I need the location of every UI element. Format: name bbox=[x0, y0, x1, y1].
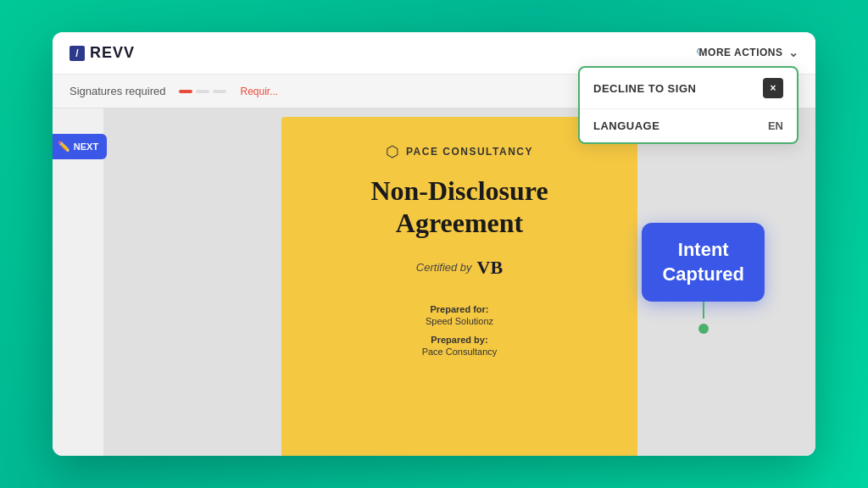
close-button[interactable]: × bbox=[763, 78, 783, 98]
top-bar: REVV 🔍 100% 🔍 MORE ACTIONS ⌄ DECLINE TO … bbox=[53, 32, 815, 75]
intent-captured-box: Intent Captured bbox=[642, 223, 765, 302]
decline-row: DECLINE TO SIGN × bbox=[580, 68, 797, 109]
next-button[interactable]: ✏️ NEXT bbox=[53, 134, 107, 159]
language-row: LANGUAGE EN bbox=[580, 109, 797, 142]
intent-line1: Intent bbox=[678, 239, 729, 260]
intent-dot bbox=[698, 324, 709, 334]
prepared-by-value: Pace Consultancy bbox=[422, 347, 498, 357]
prepared-section: Prepared for: Speed Solutionz Prepared b… bbox=[422, 304, 498, 357]
sig-dot-1 bbox=[179, 90, 192, 93]
browser-window: REVV 🔍 100% 🔍 MORE ACTIONS ⌄ DECLINE TO … bbox=[53, 32, 815, 456]
document-page: ⬡ PACE CONSULTANCY Non-Disclosure Agreem… bbox=[281, 117, 637, 456]
pentagon-icon: ⬡ bbox=[386, 142, 399, 161]
sig-dot-2 bbox=[196, 90, 209, 93]
language-value: EN bbox=[768, 119, 783, 132]
document-title: Non-Disclosure Agreement bbox=[370, 175, 548, 240]
left-sidebar: ✏️ NEXT bbox=[53, 108, 103, 456]
required-badge: Requir... bbox=[240, 86, 278, 97]
connector-line bbox=[703, 302, 704, 319]
logo-text: REVV bbox=[90, 44, 135, 62]
sig-dot-3 bbox=[213, 90, 226, 93]
prepared-for-label: Prepared for: bbox=[422, 304, 498, 314]
certified-text: Certified by bbox=[416, 261, 472, 274]
more-actions-label: MORE ACTIONS bbox=[699, 47, 783, 58]
next-label: NEXT bbox=[74, 141, 98, 152]
logo-area: REVV bbox=[70, 44, 135, 62]
pencil-icon: ✏️ bbox=[58, 141, 70, 152]
prepared-by-label: Prepared by: bbox=[422, 335, 498, 345]
vb-logo: VB bbox=[477, 257, 504, 279]
close-icon: × bbox=[770, 82, 776, 94]
decline-to-sign-label: DECLINE TO SIGN bbox=[593, 82, 696, 95]
intent-tooltip: Intent Captured bbox=[642, 223, 765, 334]
more-actions-button[interactable]: MORE ACTIONS ⌄ bbox=[699, 41, 798, 64]
signatures-label: Signatures required bbox=[70, 85, 165, 97]
main-content: ✏️ NEXT ⬡ PACE CONSULTANCY Non-Disclosur… bbox=[53, 108, 815, 456]
chevron-down-icon: ⌄ bbox=[788, 46, 799, 59]
company-logo-area: ⬡ PACE CONSULTANCY bbox=[386, 142, 533, 161]
language-label: LANGUAGE bbox=[593, 119, 659, 132]
dropdown-menu: DECLINE TO SIGN × LANGUAGE EN bbox=[578, 66, 798, 144]
title-line2: Agreement bbox=[396, 208, 523, 238]
company-name: PACE CONSULTANCY bbox=[406, 146, 533, 158]
certified-area: Certified by VB bbox=[416, 257, 503, 279]
revv-slash-icon bbox=[70, 46, 85, 61]
title-line1: Non-Disclosure bbox=[370, 175, 548, 206]
signature-dots bbox=[179, 90, 226, 93]
intent-line2: Captured bbox=[662, 263, 744, 285]
prepared-for-value: Speed Solutionz bbox=[422, 316, 498, 326]
more-actions-area: MORE ACTIONS ⌄ DECLINE TO SIGN × LANGUAG… bbox=[699, 41, 798, 64]
